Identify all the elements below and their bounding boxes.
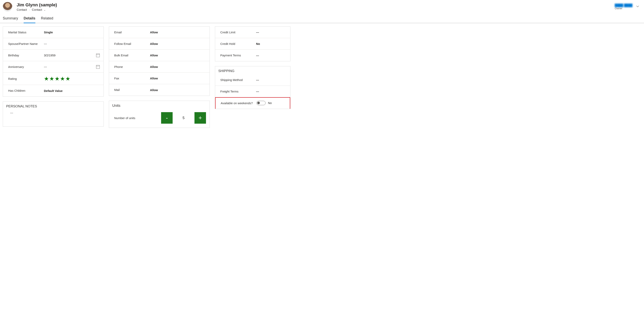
has-children-field[interactable]: Has Children Default Value <box>3 85 104 96</box>
field-value: Allow <box>150 30 206 34</box>
field-label: Phone <box>112 65 150 69</box>
field-label: Credit Limit <box>218 30 256 34</box>
details-body: Marital Status Single Spouse/Partner Nam… <box>0 23 644 131</box>
fax-pref-field[interactable]: Fax Allow <box>109 73 210 84</box>
rating-field[interactable]: Rating ★★★★★ <box>3 73 104 85</box>
birthday-field[interactable]: Birthday 3/2/1959 <box>3 50 104 61</box>
field-label: Birthday <box>6 53 44 57</box>
field-value: Allow <box>150 77 206 80</box>
field-label: Follow Email <box>112 42 150 46</box>
calendar-icon[interactable] <box>96 65 100 69</box>
record-name: Jim Glynn (sample) <box>17 2 615 7</box>
section-title: Units <box>109 101 210 109</box>
field-label: Rating <box>6 77 44 81</box>
field-label: Shipping Method <box>218 78 256 82</box>
billing-card: Credit Limit --- Credit Hold No Payment … <box>215 26 290 61</box>
bulk-email-pref-field[interactable]: Bulk Email Allow <box>109 50 210 61</box>
credit-hold-field[interactable]: Credit Hold No <box>215 38 290 50</box>
field-label: Freight Terms <box>218 89 256 93</box>
chevron-down-icon[interactable]: ⌄ <box>44 8 46 11</box>
tab-summary[interactable]: Summary <box>3 15 18 23</box>
units-label: Number of units <box>114 116 161 120</box>
toggle-text: No <box>268 101 272 105</box>
anniversary-field[interactable]: Anniversary --- <box>3 61 104 73</box>
record-header: Jim Glynn (sample) Contact · Contact ⌄ █… <box>0 0 644 11</box>
contact-avatar <box>3 2 12 11</box>
field-label: Marital Status <box>6 30 44 34</box>
units-value[interactable]: 5 <box>172 116 194 120</box>
field-label: Credit Hold <box>218 42 256 46</box>
personal-notes-card: PERSONAL NOTES --- <box>3 101 104 127</box>
available-weekends-field[interactable]: Available on weekends? No <box>215 97 290 109</box>
email-pref-field[interactable]: Email Allow <box>109 26 210 38</box>
field-value: Allow <box>150 65 206 68</box>
field-value: 3/2/1959 <box>44 54 96 57</box>
field-value: --- <box>44 65 96 68</box>
notes-value[interactable]: --- <box>3 110 104 126</box>
freight-terms-field[interactable]: Freight Terms --- <box>215 86 290 97</box>
field-value: No <box>256 42 287 45</box>
field-label: Fax <box>112 76 150 80</box>
increment-button[interactable]: + <box>194 112 206 124</box>
field-value: Default Value <box>44 89 100 92</box>
field-value: --- <box>256 78 287 82</box>
section-title: PERSONAL NOTES <box>3 102 104 110</box>
mail-pref-field[interactable]: Mail Allow <box>109 84 210 96</box>
field-value: Allow <box>150 88 206 92</box>
record-meta[interactable]: Contact · Contact ⌄ <box>17 8 615 11</box>
shipping-method-field[interactable]: Shipping Method --- <box>215 74 290 86</box>
field-value: Allow <box>150 54 206 57</box>
form-tabs: Summary Details Related <box>0 13 644 23</box>
shipping-card: SHIPPING Shipping Method --- Freight Ter… <box>215 66 290 109</box>
personal-info-card: Marital Status Single Spouse/Partner Nam… <box>3 26 104 97</box>
tab-details[interactable]: Details <box>24 15 35 23</box>
field-label: Available on weekends? <box>219 101 256 105</box>
field-value: Allow <box>150 42 206 45</box>
field-label: Has Children <box>6 89 44 93</box>
units-row: Number of units - 5 + <box>109 109 210 128</box>
field-label: Spouse/Partner Name <box>6 42 44 46</box>
payment-terms-field[interactable]: Payment Terms --- <box>215 50 290 61</box>
star-rating-icon[interactable]: ★★★★★ <box>44 75 100 82</box>
contact-preferences-card: Email Allow Follow Email Allow Bulk Emai… <box>109 26 210 96</box>
toggle-track-icon <box>256 101 266 105</box>
field-value: No <box>256 101 287 106</box>
owner-block[interactable]: ████ ████ Owner <box>615 3 641 10</box>
field-value: --- <box>44 42 100 45</box>
field-label: Email <box>112 30 150 34</box>
tab-related[interactable]: Related <box>41 15 53 23</box>
owner-name: ████ ████ <box>615 3 632 7</box>
phone-pref-field[interactable]: Phone Allow <box>109 61 210 73</box>
marital-status-field[interactable]: Marital Status Single <box>3 26 104 38</box>
entity-label: Contact <box>17 8 27 11</box>
credit-limit-field[interactable]: Credit Limit --- <box>215 26 290 38</box>
section-title: SHIPPING <box>215 66 290 74</box>
separator: · <box>29 8 30 11</box>
calendar-icon[interactable] <box>96 54 100 57</box>
column-3: Credit Limit --- Credit Hold No Payment … <box>215 26 290 109</box>
spouse-field[interactable]: Spouse/Partner Name --- <box>3 38 104 50</box>
owner-field-label: Owner <box>615 7 632 10</box>
column-2: Email Allow Follow Email Allow Bulk Emai… <box>109 26 210 128</box>
field-value: Single <box>44 30 100 34</box>
form-selector-label[interactable]: Contact <box>32 8 42 11</box>
field-label: Bulk Email <box>112 53 150 57</box>
field-value: --- <box>256 30 287 34</box>
units-card: Units Number of units - 5 + <box>109 101 210 128</box>
column-1: Marital Status Single Spouse/Partner Nam… <box>3 26 104 127</box>
follow-email-pref-field[interactable]: Follow Email Allow <box>109 38 210 50</box>
weekends-toggle[interactable]: No <box>256 101 272 105</box>
field-value: --- <box>256 90 287 93</box>
decrement-button[interactable]: - <box>161 112 172 124</box>
field-label: Anniversary <box>6 65 44 69</box>
toggle-knob-icon <box>257 102 260 104</box>
header-title-block: Jim Glynn (sample) Contact · Contact ⌄ <box>17 2 615 11</box>
field-value: --- <box>256 54 287 57</box>
chevron-down-icon[interactable] <box>636 5 639 8</box>
field-label: Mail <box>112 88 150 92</box>
field-label: Payment Terms <box>218 53 256 57</box>
